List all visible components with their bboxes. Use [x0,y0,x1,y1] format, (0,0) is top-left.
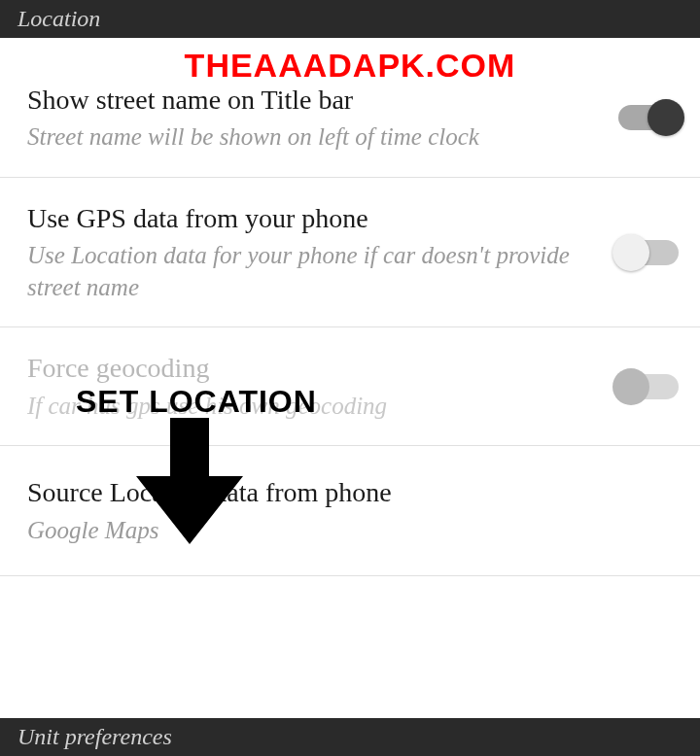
toggle-knob-icon [612,234,649,271]
toggle-knob-icon [648,99,684,136]
toggle-street-name[interactable] [618,105,679,130]
toggle-knob-icon [612,368,649,405]
section-header-location: Location [0,0,700,38]
setting-text-block: Use GPS data from your phone Use Locatio… [27,201,618,303]
setting-text-block: Show street name on Title bar Street nam… [27,83,618,154]
setting-subtitle: Google Maps [27,515,679,547]
toggle-force-geocoding [618,374,679,399]
annotation-set-location: SET LOCATION [76,384,317,420]
settings-list: Show street name on Title bar Street nam… [0,38,700,576]
setting-title: Show street name on Title bar [27,83,599,118]
setting-subtitle: Street name will be shown on left of tim… [27,121,599,154]
setting-gps-data[interactable]: Use GPS data from your phone Use Locatio… [0,178,700,327]
watermark-text: THEAAADAPK.COM [185,47,516,85]
section-header-text: Location [18,6,100,31]
toggle-gps-data[interactable] [618,240,679,265]
arrow-down-icon [136,418,243,548]
section-header-unit-preferences: Unit preferences [0,718,700,756]
setting-title: Force geocoding [27,351,599,386]
setting-title: Use GPS data from your phone [27,201,599,236]
section-header-text: Unit preferences [18,724,172,749]
setting-title: Source Location data from phone [27,475,679,510]
setting-source-location[interactable]: Source Location data from phone Google M… [0,446,700,576]
setting-subtitle: Use Location data for your phone if car … [27,240,599,303]
